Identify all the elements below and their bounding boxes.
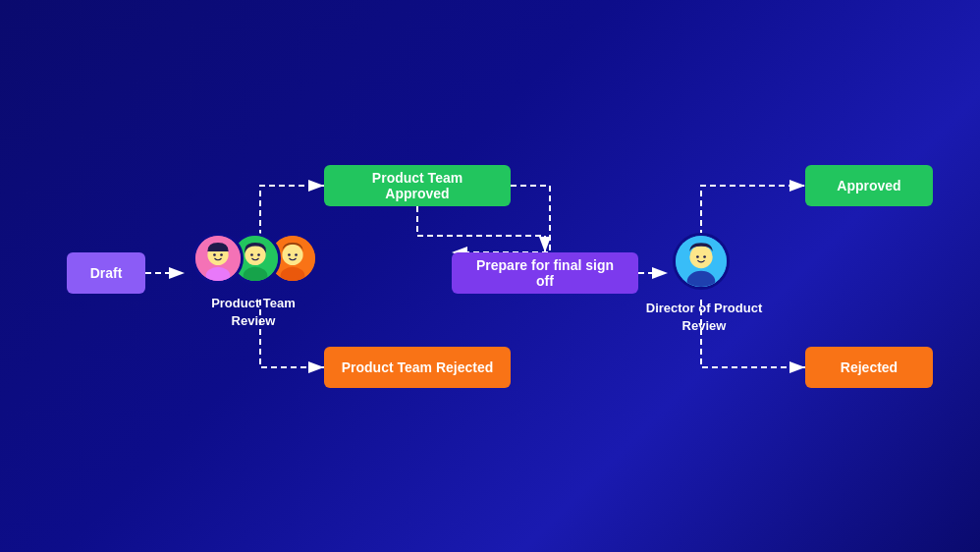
svg-point-12 [250,253,253,256]
director-avatar [673,233,730,290]
svg-point-17 [288,253,291,256]
svg-point-16 [282,245,302,265]
svg-point-8 [220,253,223,256]
product-team-review-group [192,233,318,284]
svg-point-22 [696,255,699,258]
svg-point-7 [213,253,216,256]
product-team-review-label: Product Team Review [192,295,314,330]
product-team-approved-node: Product Team Approved [324,165,511,206]
svg-point-18 [295,253,298,256]
approved-node: Approved [805,165,933,206]
draft-node: Draft [67,252,145,294]
svg-point-23 [703,255,706,258]
prepare-sign-off-node: Prepare for final sign off [452,252,638,294]
svg-point-13 [257,253,260,256]
rejected-node: Rejected [805,347,933,388]
avatar-1 [192,233,244,284]
director-review-label: Director of ProductReview [643,300,765,335]
product-team-rejected-node: Product Team Rejected [324,347,511,388]
svg-point-21 [689,246,712,268]
